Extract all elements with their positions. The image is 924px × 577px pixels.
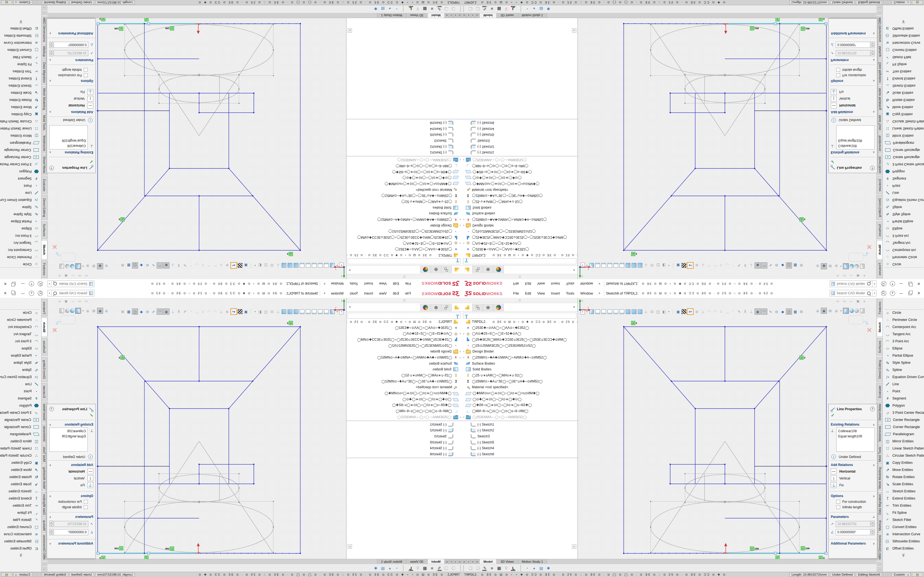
bottom-toolbar-icon[interactable]: ❏	[474, 6, 481, 12]
sketch-tree-item[interactable]: (-) Sketch1	[347, 421, 462, 427]
checkbox[interactable]	[836, 500, 840, 504]
option-row[interactable]: Infinite length	[47, 504, 95, 510]
command-tab[interactable]: Weldments	[41, 424, 47, 443]
expand-arrow-icon[interactable]: ▸	[462, 224, 466, 227]
collapse-icon[interactable]: ∨	[873, 32, 875, 35]
relation-entry[interactable]: Collinear108	[838, 429, 873, 434]
relation-entry[interactable]: Collinear108	[838, 143, 873, 148]
panel-collapse-arrow[interactable]: ›	[349, 304, 351, 309]
sketch-menu-item[interactable]: 3 Point Arc	[883, 338, 924, 345]
section-existing-relations[interactable]: Existing Relations ∧	[829, 150, 877, 156]
spinner[interactable]: ▲▼	[871, 42, 875, 48]
collapse-icon[interactable]: ∧	[873, 495, 875, 498]
collapse-icon[interactable]: ∧	[49, 80, 51, 83]
add-relation-row[interactable]: ❘ Vertical	[47, 475, 95, 482]
panel-splitter[interactable]	[347, 274, 462, 279]
tab-property-manager[interactable]	[441, 304, 452, 311]
tab-display-manager[interactable]	[420, 266, 431, 273]
sketch-tree-item[interactable]: (-) Sketch5	[347, 132, 462, 138]
menu-item[interactable]: Tools	[347, 282, 361, 286]
sketch-menu-item[interactable]: Silhouette Entities	[0, 538, 41, 545]
command-tab[interactable]: Surfaces	[877, 338, 883, 356]
sketch-menu-item[interactable]: Tangent Arc	[0, 330, 41, 338]
tree-item[interactable]: Surface Bodies	[347, 211, 462, 217]
command-tab[interactable]: Sketch	[41, 318, 47, 337]
sketch-menu-item[interactable]: Perimeter Circle	[0, 316, 41, 323]
tab-nav-arrow[interactable]: |◂	[462, 13, 467, 18]
model-tab[interactable]: Model	[427, 559, 444, 564]
tree-hscroll-arrow[interactable]: ▸	[572, 544, 577, 549]
tree-item[interactable]: Material <not specified>	[347, 187, 462, 193]
tab-property-manager[interactable]	[472, 304, 483, 311]
menu-item[interactable]: Window	[328, 291, 347, 295]
tree-item[interactable]: ▸ ◯25MИ⊙∘✚A✚⊙MИA◯∘AИM⊙✚A∘⊙ИM52◯	[347, 355, 462, 361]
menu-item[interactable]: Edit	[522, 291, 534, 295]
sketch-menu-item[interactable]: Corner Rectangle	[0, 147, 41, 153]
sketch-menu-item[interactable]: Stretch Entities	[883, 488, 924, 495]
menu-item[interactable]: Insert	[361, 291, 376, 295]
expand-arrow-icon[interactable]: ▸	[462, 416, 466, 419]
sketch-menu-item[interactable]: Mirror Entities	[883, 132, 924, 139]
ok-button[interactable]: ✓	[829, 412, 877, 419]
sketch-tree-item[interactable]: (-) Sketch4	[347, 445, 462, 451]
relation-button-icon[interactable]: ⚓	[831, 482, 837, 488]
sketch-menu-item[interactable]: Perimeter Circle	[883, 254, 924, 261]
sketch-menu-item[interactable]: Scale Entities	[0, 89, 41, 97]
sketch-menu-item[interactable]: Circular Sketch Pattern	[0, 452, 41, 459]
search-input[interactable]	[58, 291, 88, 295]
sketch-menu-item[interactable]: Silhouette Entities	[883, 32, 924, 39]
sketch-menu-item[interactable]: Fit Spline	[0, 509, 41, 516]
collapse-icon[interactable]: ∧	[49, 111, 51, 114]
sketch-menu-item[interactable]: Silhouette Entities	[0, 32, 41, 39]
tree-item[interactable]: ◯25∙∪∗sAM◯∘◯MAs∗∪∙52◯	[462, 372, 577, 378]
tree-hscroll-arrow[interactable]: ▸	[347, 544, 352, 549]
command-tab[interactable]: ⋮	[877, 5, 883, 10]
bottom-toolbar-icon[interactable]: ❏	[443, 565, 450, 571]
sketch-menu-item[interactable]: Stretch Entities	[883, 82, 924, 89]
command-tab[interactable]: Sketch	[41, 240, 47, 259]
status-custom-dropdown[interactable]: Custom▴	[892, 572, 911, 577]
tree-root[interactable]: TЯPDL2. ⊙ ƎƐ ⊙ Ш ⊙ ∘ ⊙ ✚ ⊙ ƆƆ ⊙ ƎƐ ⊙ ∙ ⊙…	[462, 319, 577, 325]
collapse-icon[interactable]: ∧	[873, 59, 875, 62]
section-parameters[interactable]: Parameters ∧	[47, 57, 95, 64]
minimize-button[interactable]: —	[898, 290, 905, 297]
sketch-menu-item[interactable]: Center Rectangle	[0, 416, 41, 424]
tree-filter[interactable]	[463, 258, 577, 264]
tree-item[interactable]: ◯25∙∪∗sAM◯∘◯MAs∗∪∙52◯	[347, 199, 462, 205]
relation-badge[interactable]: = 109	[750, 26, 759, 31]
command-tab[interactable]: Evaluate	[877, 383, 883, 401]
sketch-menu-item[interactable]: Extend Entities	[883, 495, 924, 502]
sketch-menu-item[interactable]: Copy Entities	[883, 459, 924, 466]
sketch-menu-item[interactable]: Center Rectangle	[883, 153, 924, 161]
menu-item[interactable]: Tools	[563, 282, 577, 286]
help-button[interactable]: ?	[889, 280, 896, 287]
section-add-relations[interactable]: Add Relations ∧	[829, 461, 877, 468]
sketch-menu-item[interactable]: Spline	[883, 204, 924, 211]
bottom-toolbar-icon[interactable]: ▤	[538, 6, 545, 12]
tab-nav-arrow[interactable]: ▸	[471, 559, 475, 564]
tree-item[interactable]: ▸ ◯Λ⊙✚25∘Ƨ◯∘◯Ƨ∘52✚⊙Λ◯	[347, 330, 462, 337]
sketch-menu-item[interactable]: Segment	[0, 175, 41, 182]
tab-nav-arrow[interactable]: ▸	[471, 13, 475, 18]
relation-button-icon[interactable]: ⚓	[87, 89, 93, 95]
menu-item[interactable]: Edit	[522, 282, 534, 286]
sketch-menu-item[interactable]: Stretch Entities	[0, 488, 41, 495]
sketch-menu-item[interactable]: Trim Entities	[883, 502, 924, 509]
tab-configuration-manager[interactable]: ⊕	[483, 304, 493, 311]
sketch-menu-item[interactable]: Polygon	[0, 168, 41, 175]
tree-item[interactable]: ▸ ◯Λ⊙✚25∘Ƨ◯∘◯Ƨ∘52✚⊙Λ◯	[347, 240, 462, 247]
section-parameters[interactable]: Parameters ∧	[829, 57, 877, 64]
sketch-tree-item[interactable]: (-) Sketch4	[462, 126, 577, 132]
command-tab[interactable]: Data Migration	[41, 60, 47, 85]
checkbox[interactable]	[84, 505, 88, 509]
relation-badge[interactable]: ▱ 3	[819, 556, 824, 559]
command-tab[interactable]: Sketch	[877, 318, 883, 337]
add-relation-row[interactable]: ❘ Vertical	[829, 475, 877, 482]
collapse-icon[interactable]: ∧	[873, 423, 875, 426]
help-icon[interactable]: ?	[49, 407, 54, 411]
model-tab[interactable]: Motion Study 1	[518, 13, 547, 18]
bottom-toolbar-icon[interactable]: ≡	[488, 565, 496, 571]
command-tab[interactable]: MBD Dimensions	[877, 534, 883, 561]
model-tab[interactable]: Model	[480, 559, 497, 564]
bottom-toolbar-icon[interactable]: ◕	[530, 6, 538, 12]
